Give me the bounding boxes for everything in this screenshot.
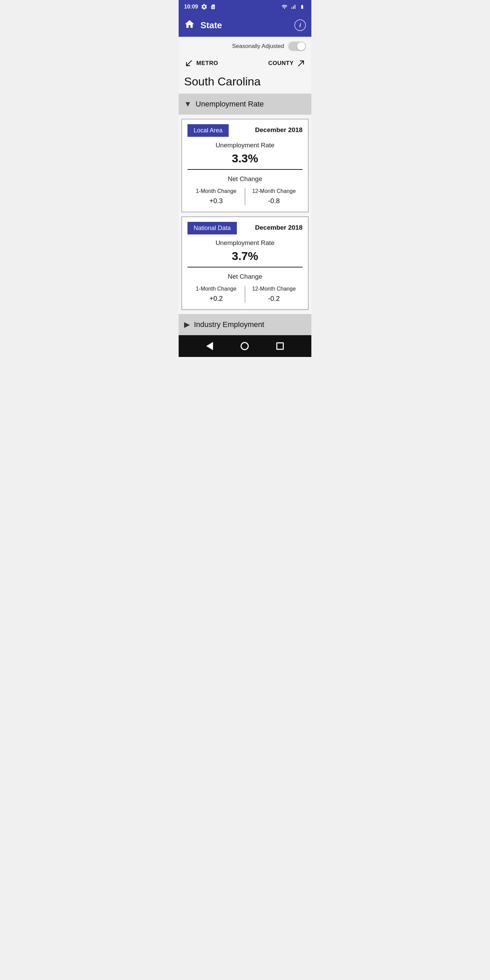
local-area-metric-title: Unemployment Rate [188, 142, 302, 149]
national-data-one-month-value: +0.2 [190, 295, 242, 302]
local-area-changes-row: 1-Month Change +0.3 12-Month Change -0.8 [188, 188, 302, 205]
metro-button[interactable]: METRO [184, 59, 218, 68]
status-bar: 10:09 [179, 0, 311, 14]
local-area-card-body: Unemployment Rate 3.3% Net Change 1-Mont… [182, 140, 308, 212]
industry-employment-dropdown[interactable]: ▶ Industry Employment [179, 314, 311, 335]
local-area-one-month-label: 1-Month Change [190, 188, 242, 194]
metro-arrow-icon [184, 59, 194, 68]
back-icon [206, 342, 213, 350]
local-area-divider [188, 169, 302, 170]
home-button[interactable] [240, 342, 249, 350]
sim-icon [210, 3, 216, 10]
national-data-card-header: National Data December 2018 [182, 217, 308, 238]
seasonally-adjusted-label: Seasonally Adjusted [232, 43, 284, 50]
info-label: i [299, 22, 301, 29]
local-area-twelve-month-label: 12-Month Change [248, 188, 300, 194]
national-data-divider [188, 267, 302, 267]
back-button[interactable] [206, 342, 213, 350]
toggle-knob [297, 42, 305, 50]
local-area-date: December 2018 [255, 124, 302, 134]
county-label: COUNTY [268, 60, 294, 67]
state-name-label: South Carolina [179, 72, 311, 94]
local-area-net-change-title: Net Change [188, 175, 302, 183]
national-data-metric-value: 3.7% [188, 250, 302, 263]
local-area-twelve-month-col: 12-Month Change -0.8 [245, 188, 302, 205]
dropdown-title: Unemployment Rate [196, 100, 264, 108]
status-time: 10:09 [184, 4, 198, 10]
app-header: State i [179, 14, 311, 37]
local-area-tag: Local Area [188, 124, 229, 137]
national-data-net-change-title: Net Change [188, 273, 302, 280]
bottom-dropdown-chevron-icon: ▶ [184, 320, 190, 329]
seasonally-adjusted-row: Seasonally Adjusted [179, 37, 311, 56]
metro-label: METRO [196, 60, 218, 67]
local-area-metric-value: 3.3% [188, 152, 302, 165]
page-title: State [200, 20, 222, 30]
navigation-row: METRO COUNTY [179, 56, 311, 72]
home-nav-icon [240, 342, 249, 350]
status-bar-left: 10:09 [184, 3, 216, 10]
national-data-card-body: Unemployment Rate 3.7% Net Change 1-Mont… [182, 238, 308, 309]
system-nav-bar [179, 335, 311, 357]
local-area-card: Local Area December 2018 Unemployment Ra… [181, 119, 309, 212]
status-icons [281, 4, 306, 10]
national-data-twelve-month-col: 12-Month Change -0.2 [245, 286, 302, 302]
unemployment-rate-dropdown[interactable]: ▼ Unemployment Rate [179, 94, 311, 115]
national-data-twelve-month-label: 12-Month Change [248, 286, 300, 292]
industry-employment-label: Industry Employment [194, 320, 264, 329]
national-data-date: December 2018 [255, 222, 302, 231]
national-data-card: National Data December 2018 Unemployment… [181, 216, 309, 310]
home-icon[interactable] [184, 19, 195, 32]
county-button[interactable]: COUNTY [268, 59, 306, 68]
header-left: State [184, 19, 222, 32]
local-area-twelve-month-value: -0.8 [248, 197, 300, 205]
national-data-twelve-month-value: -0.2 [248, 295, 300, 302]
local-area-card-header: Local Area December 2018 [182, 119, 308, 140]
main-content: Seasonally Adjusted METRO COUNTY South C… [179, 37, 311, 335]
national-data-changes-row: 1-Month Change +0.2 12-Month Change -0.2 [188, 286, 302, 302]
info-button[interactable]: i [294, 19, 306, 31]
national-data-one-month-label: 1-Month Change [190, 286, 242, 292]
county-arrow-icon [296, 59, 306, 68]
settings-icon [201, 3, 208, 10]
recents-button[interactable] [276, 342, 284, 350]
seasonally-adjusted-toggle[interactable] [288, 41, 306, 51]
national-data-tag: National Data [188, 222, 237, 234]
wifi-icon [281, 4, 288, 10]
recents-icon [276, 342, 284, 350]
national-data-metric-title: Unemployment Rate [188, 239, 302, 247]
signal-icon [290, 4, 296, 10]
battery-icon [298, 5, 306, 9]
local-area-one-month-value: +0.3 [190, 197, 242, 205]
local-area-one-month-col: 1-Month Change +0.3 [188, 188, 245, 205]
dropdown-chevron-icon: ▼ [184, 100, 192, 108]
national-data-one-month-col: 1-Month Change +0.2 [188, 286, 245, 302]
